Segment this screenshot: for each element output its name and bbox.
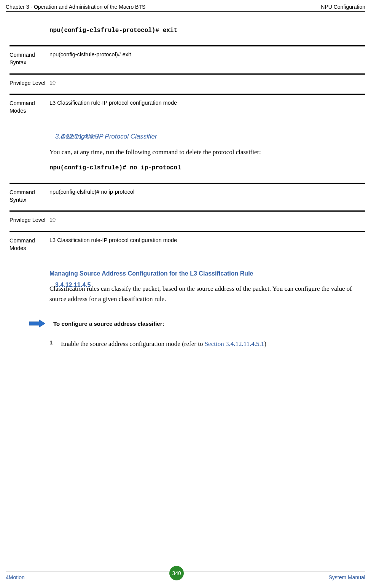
header-left: Chapter 3 - Operation and Administration…	[6, 4, 145, 10]
step-1: 1 Enable the source address configuratio…	[49, 339, 365, 349]
section-link[interactable]: Section 3.4.12.11.4.5.1	[205, 340, 264, 347]
section-title-sub: Deleting the IP Protocol Classifier	[61, 133, 365, 140]
def-value: 10	[49, 79, 56, 87]
header-right: NPU Configuration	[321, 4, 365, 10]
step-text: Enable the source address configuration …	[61, 339, 266, 349]
section-number-main: 3.4.12.11.4.5	[55, 282, 91, 288]
def-command-syntax-1: Command Syntax npu(config-clsfrule-proto…	[10, 45, 365, 73]
step-text-tail: )	[264, 340, 266, 347]
def-label: Command Syntax	[10, 51, 49, 67]
def-label: Command Modes	[10, 99, 49, 115]
def-label: Privilege Level	[10, 216, 49, 224]
procedure-intro: To configure a source address classifier…	[29, 319, 365, 328]
page-header: Chapter 3 - Operation and Administration…	[6, 4, 365, 12]
svg-marker-0	[29, 320, 45, 327]
def-command-modes-2: Command Modes L3 Classification rule-IP …	[10, 231, 365, 259]
arrow-icon	[29, 319, 46, 328]
section-body-main: Classification rules can classify the pa…	[49, 284, 365, 304]
def-value: npu(config-clsfrule)# no ip-protocol	[49, 188, 134, 204]
def-privilege-level-1: Privilege Level 10	[10, 73, 365, 94]
def-command-modes-1: Command Modes L3 Classification rule-IP …	[10, 94, 365, 122]
def-label: Command Modes	[10, 237, 49, 252]
page-footer: 4Motion 340 System Manual	[6, 572, 365, 580]
section-body: You can, at any time, run the following …	[49, 147, 365, 157]
def-value: L3 Classification rule-IP protocol confi…	[49, 237, 177, 252]
footer-right: System Manual	[329, 574, 365, 580]
def-value: npu(config-clsfrule-protocol)# exit	[49, 51, 131, 67]
procedure-intro-text: To configure a source address classifier…	[53, 320, 164, 327]
command-line-1: npu(config-clsfrule-protocol)# exit	[49, 27, 365, 34]
step-number: 1	[49, 339, 61, 349]
step-text-lead: Enable the source address configuration …	[61, 340, 205, 347]
def-value: 10	[49, 216, 56, 224]
def-privilege-level-2: Privilege Level 10	[10, 210, 365, 231]
section-title-main: Managing Source Address Configuration fo…	[49, 270, 365, 277]
footer-left: 4Motion	[6, 574, 25, 580]
def-value: L3 Classification rule-IP protocol confi…	[49, 99, 177, 115]
section-number-sub: 3.4.12.11.4.4.5	[55, 133, 98, 140]
command-line-2: npu(config-clsfrule)# no ip-protocol	[49, 164, 365, 171]
def-label: Command Syntax	[10, 188, 49, 204]
def-label: Privilege Level	[10, 79, 49, 87]
def-command-syntax-2: Command Syntax npu(config-clsfrule)# no …	[10, 183, 365, 211]
page-number-badge: 340	[169, 566, 184, 580]
